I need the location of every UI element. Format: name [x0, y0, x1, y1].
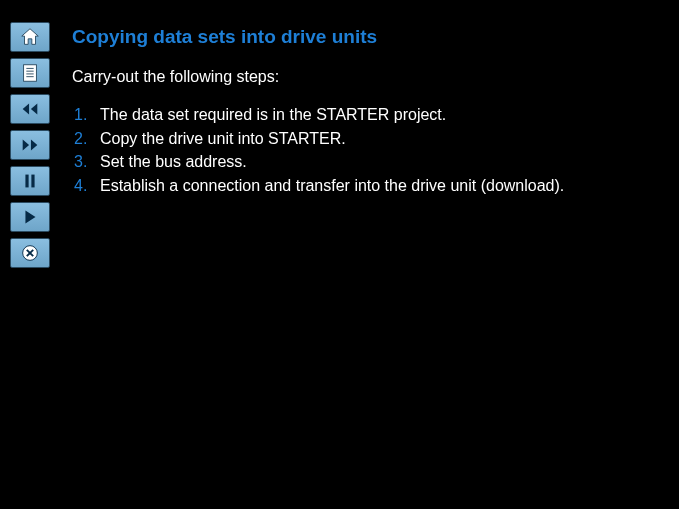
rewind-icon: [19, 98, 41, 120]
step-text: Establish a connection and transfer into…: [100, 175, 659, 197]
forward-button[interactable]: [10, 130, 50, 160]
steps-list: 1. The data set required is in the START…: [72, 104, 659, 196]
play-button[interactable]: [10, 202, 50, 232]
list-item: 1. The data set required is in the START…: [72, 104, 659, 126]
home-button[interactable]: [10, 22, 50, 52]
close-icon: [19, 242, 41, 264]
svg-rect-0: [24, 65, 37, 82]
svg-rect-6: [31, 175, 34, 188]
list-item: 2. Copy the drive unit into STARTER.: [72, 128, 659, 150]
step-text: Copy the drive unit into STARTER.: [100, 128, 659, 150]
pause-icon: [19, 170, 41, 192]
svg-rect-5: [25, 175, 28, 188]
step-number: 1.: [72, 104, 100, 126]
step-text: The data set required is in the STARTER …: [100, 104, 659, 126]
close-button[interactable]: [10, 238, 50, 268]
nav-sidebar: [10, 22, 60, 268]
list-item: 4. Establish a connection and transfer i…: [72, 175, 659, 197]
step-number: 3.: [72, 151, 100, 173]
list-item: 3. Set the bus address.: [72, 151, 659, 173]
content-area: Copying data sets into drive units Carry…: [72, 26, 659, 196]
intro-text: Carry-out the following steps:: [72, 68, 659, 86]
page-title: Copying data sets into drive units: [72, 26, 659, 48]
pause-button[interactable]: [10, 166, 50, 196]
forward-icon: [19, 134, 41, 156]
play-icon: [19, 206, 41, 228]
home-icon: [19, 26, 41, 48]
step-number: 4.: [72, 175, 100, 197]
rewind-button[interactable]: [10, 94, 50, 124]
step-number: 2.: [72, 128, 100, 150]
notes-button[interactable]: [10, 58, 50, 88]
step-text: Set the bus address.: [100, 151, 659, 173]
notes-icon: [19, 62, 41, 84]
